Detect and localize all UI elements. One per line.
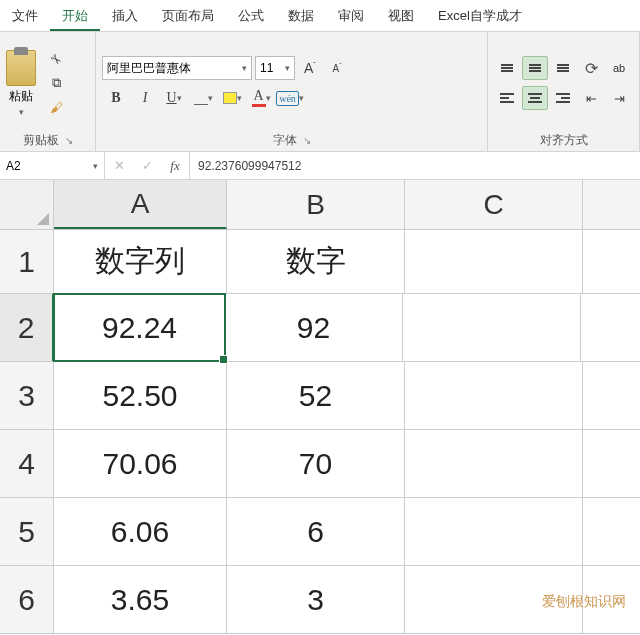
copy-button[interactable]: ⧉ bbox=[44, 72, 68, 94]
cell-C5[interactable] bbox=[405, 498, 583, 565]
phonetic-icon: wén bbox=[276, 91, 299, 106]
align-right-icon bbox=[556, 93, 570, 103]
chevron-down-icon: ▾ bbox=[208, 93, 213, 103]
underline-button[interactable]: U▾ bbox=[160, 86, 188, 110]
increase-font-button[interactable]: Aˆ bbox=[298, 57, 322, 79]
cell-B6[interactable]: 3 bbox=[227, 566, 405, 633]
worksheet: A B C 1 数字列 数字 2 92.24 92 3 52.50 52 4 7… bbox=[0, 180, 640, 634]
fill-color-button[interactable]: ▾ bbox=[218, 86, 246, 110]
cancel-formula-button[interactable]: ✕ bbox=[105, 158, 133, 173]
wrap-icon: ab bbox=[613, 62, 625, 74]
font-color-icon: A bbox=[252, 89, 266, 107]
column-header-C[interactable]: C bbox=[405, 180, 583, 229]
orientation-icon: ⟳ bbox=[585, 59, 598, 78]
increase-indent-button[interactable]: ⇥ bbox=[606, 86, 632, 110]
wrap-text-button[interactable]: ab bbox=[606, 56, 632, 80]
row-header-1[interactable]: 1 bbox=[0, 230, 54, 293]
font-color-button[interactable]: A▾ bbox=[247, 86, 275, 110]
font-size-select[interactable]: 11▾ bbox=[255, 56, 295, 80]
cell-C2[interactable] bbox=[403, 294, 581, 361]
chevron-down-icon: ▾ bbox=[237, 93, 242, 103]
align-left-button[interactable] bbox=[494, 86, 520, 110]
align-bottom-icon bbox=[557, 64, 569, 72]
fill-icon bbox=[223, 92, 237, 104]
font-name-select[interactable]: 阿里巴巴普惠体▾ bbox=[102, 56, 252, 80]
align-right-button[interactable] bbox=[550, 86, 576, 110]
paste-button[interactable]: 粘贴 ▾ bbox=[6, 50, 36, 117]
cut-button[interactable]: ✂ bbox=[44, 48, 68, 70]
chevron-down-icon[interactable]: ▾ bbox=[19, 107, 24, 117]
align-middle-button[interactable] bbox=[522, 56, 548, 80]
decrease-font-button[interactable]: Aˇ bbox=[325, 57, 349, 79]
formula-input[interactable]: 92.2376099947512 bbox=[190, 152, 640, 179]
row-header-4[interactable]: 4 bbox=[0, 430, 54, 497]
cell-A1[interactable]: 数字列 bbox=[54, 230, 227, 293]
tab-view[interactable]: 视图 bbox=[376, 0, 426, 31]
table-row: 2 92.24 92 bbox=[0, 294, 640, 362]
clipboard-launcher[interactable]: ↘ bbox=[65, 135, 73, 146]
tab-formula[interactable]: 公式 bbox=[226, 0, 276, 31]
border-button[interactable]: ▾ bbox=[189, 86, 217, 110]
name-box-value: A2 bbox=[6, 159, 21, 173]
table-row: 5 6.06 6 bbox=[0, 498, 640, 566]
align-center-button[interactable] bbox=[522, 86, 548, 110]
row-header-2[interactable]: 2 bbox=[0, 294, 54, 361]
orientation-button[interactable]: ⟳ bbox=[578, 56, 604, 80]
tab-home[interactable]: 开始 bbox=[50, 0, 100, 31]
cell-C1[interactable] bbox=[405, 230, 583, 293]
align-bottom-button[interactable] bbox=[550, 56, 576, 80]
row-header-3[interactable]: 3 bbox=[0, 362, 54, 429]
confirm-formula-button[interactable]: ✓ bbox=[133, 158, 161, 173]
phonetic-button[interactable]: wén▾ bbox=[276, 86, 304, 110]
tab-custom[interactable]: Excel自学成才 bbox=[426, 0, 534, 31]
align-top-icon bbox=[501, 64, 513, 72]
tab-file[interactable]: 文件 bbox=[0, 0, 50, 31]
chevron-down-icon: ▾ bbox=[299, 93, 304, 103]
tab-data[interactable]: 数据 bbox=[276, 0, 326, 31]
table-row: 4 70.06 70 bbox=[0, 430, 640, 498]
cell-C3[interactable] bbox=[405, 362, 583, 429]
column-header-B[interactable]: B bbox=[227, 180, 405, 229]
group-clipboard: 粘贴 ▾ ✂ ⧉ 🖌 剪贴板↘ bbox=[0, 32, 96, 151]
table-row: 1 数字列 数字 bbox=[0, 230, 640, 294]
tab-layout[interactable]: 页面布局 bbox=[150, 0, 226, 31]
cell-B4[interactable]: 70 bbox=[227, 430, 405, 497]
tab-insert[interactable]: 插入 bbox=[100, 0, 150, 31]
decrease-indent-button[interactable]: ⇤ bbox=[578, 86, 604, 110]
chevron-down-icon: ▾ bbox=[177, 93, 182, 103]
cell-B2[interactable]: 92 bbox=[225, 294, 403, 361]
chevron-down-icon: ▾ bbox=[242, 63, 247, 73]
paste-label: 粘贴 bbox=[9, 88, 33, 105]
align-top-button[interactable] bbox=[494, 56, 520, 80]
cell-A2[interactable]: 92.24 bbox=[53, 293, 226, 362]
cell-A4[interactable]: 70.06 bbox=[54, 430, 227, 497]
cell-B5[interactable]: 6 bbox=[227, 498, 405, 565]
italic-button[interactable]: I bbox=[131, 86, 159, 110]
x-icon: ✕ bbox=[114, 158, 125, 173]
font-launcher[interactable]: ↘ bbox=[303, 135, 311, 146]
tab-review[interactable]: 审阅 bbox=[326, 0, 376, 31]
check-icon: ✓ bbox=[142, 158, 153, 173]
decrease-indent-icon: ⇤ bbox=[586, 91, 597, 106]
table-row: 3 52.50 52 bbox=[0, 362, 640, 430]
name-box[interactable]: A2▾ bbox=[0, 152, 105, 179]
increase-indent-icon: ⇥ bbox=[614, 91, 625, 106]
select-all-corner[interactable] bbox=[0, 180, 54, 229]
row-header-6[interactable]: 6 bbox=[0, 566, 54, 633]
cell-B1[interactable]: 数字 bbox=[227, 230, 405, 293]
formula-value: 92.2376099947512 bbox=[198, 159, 301, 173]
row-header-5[interactable]: 5 bbox=[0, 498, 54, 565]
insert-function-button[interactable]: fx bbox=[161, 158, 189, 174]
watermark: 爱刨根知识网 bbox=[542, 593, 626, 611]
format-painter-button[interactable]: 🖌 bbox=[44, 96, 68, 118]
formula-bar: A2▾ ✕ ✓ fx 92.2376099947512 bbox=[0, 152, 640, 180]
cell-A5[interactable]: 6.06 bbox=[54, 498, 227, 565]
cell-B3[interactable]: 52 bbox=[227, 362, 405, 429]
cell-A3[interactable]: 52.50 bbox=[54, 362, 227, 429]
cell-A6[interactable]: 3.65 bbox=[54, 566, 227, 633]
cell-C4[interactable] bbox=[405, 430, 583, 497]
align-center-icon bbox=[528, 93, 542, 103]
fx-icon: fx bbox=[170, 158, 179, 174]
column-header-A[interactable]: A bbox=[54, 180, 227, 229]
bold-button[interactable]: B bbox=[102, 86, 130, 110]
